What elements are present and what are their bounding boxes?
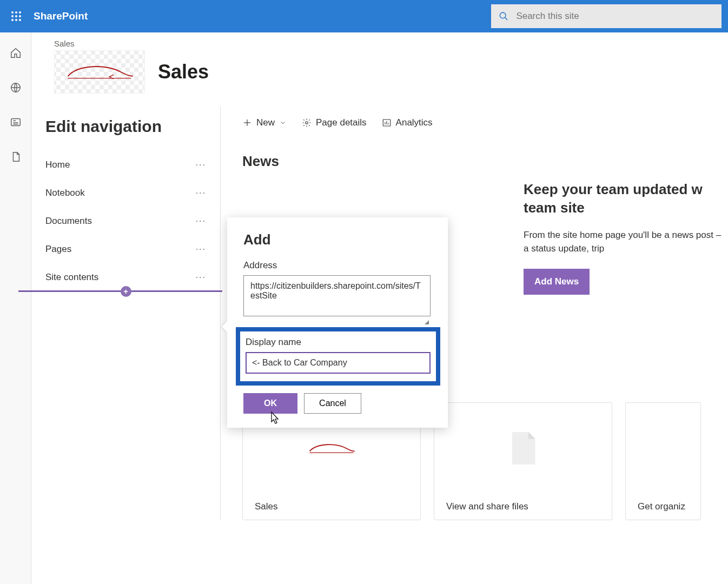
globe-icon	[10, 82, 22, 94]
chevron-down-icon	[279, 119, 287, 127]
svg-point-7	[15, 19, 17, 21]
rail-home-button[interactable]	[8, 45, 23, 61]
svg-point-9	[500, 12, 506, 18]
nav-item-home[interactable]: Home ···	[45, 151, 206, 179]
add-link-callout: Add Address Display name OK Cancel	[227, 217, 448, 428]
new-label: New	[256, 117, 275, 128]
waffle-icon	[11, 11, 22, 22]
car-logo-icon	[307, 441, 356, 456]
more-icon[interactable]: ···	[196, 216, 206, 226]
quick-link-card[interactable]: View and share files	[434, 402, 612, 520]
search-input[interactable]	[516, 11, 714, 22]
analytics-label: Analytics	[396, 117, 433, 128]
ok-button[interactable]: OK	[243, 393, 297, 414]
site-logo[interactable]	[54, 50, 145, 94]
edit-navigation-title: Edit navigation	[45, 117, 206, 136]
address-input[interactable]	[243, 275, 431, 316]
new-button[interactable]: New	[242, 117, 287, 128]
svg-point-8	[19, 19, 21, 21]
nav-item-label: Home	[45, 160, 70, 170]
rail-news-button[interactable]	[8, 115, 23, 130]
site-header: Sales Sales	[31, 32, 728, 107]
left-app-rail	[0, 32, 31, 584]
document-icon	[507, 429, 539, 467]
search-box[interactable]	[491, 4, 722, 28]
insert-nav-item-button[interactable]: +	[121, 286, 131, 297]
card-label: View and share files	[434, 494, 612, 520]
svg-point-1	[15, 11, 17, 14]
svg-point-3	[11, 15, 14, 17]
app-name[interactable]: SharePoint	[34, 10, 88, 22]
nav-item-label: Site contents	[45, 272, 98, 283]
display-name-input[interactable]	[246, 352, 431, 374]
cancel-button[interactable]: Cancel	[304, 393, 361, 414]
svg-point-6	[11, 19, 14, 21]
edit-navigation-panel: Edit navigation Home ··· Notebook ··· Do…	[31, 107, 221, 520]
add-news-button[interactable]: Add News	[524, 269, 590, 295]
svg-point-0	[11, 11, 14, 14]
app-launcher-button[interactable]	[6, 6, 26, 26]
nav-item-label: Documents	[45, 216, 92, 227]
quick-link-card[interactable]: Get organiz	[625, 402, 701, 520]
callout-title: Add	[243, 231, 432, 248]
card-label: Get organiz	[626, 494, 700, 520]
breadcrumb[interactable]: Sales	[54, 39, 711, 48]
plus-icon	[242, 118, 252, 128]
main-area: Sales Sales Edit navigation Home ···	[31, 32, 728, 584]
news-icon	[10, 116, 22, 128]
command-bar: New Page details Analytics	[242, 107, 728, 139]
home-icon	[10, 47, 22, 59]
car-logo-icon	[64, 61, 135, 83]
nav-item-notebook[interactable]: Notebook ···	[45, 179, 206, 207]
page-details-label: Page details	[316, 117, 367, 128]
page-details-button[interactable]: Page details	[302, 117, 367, 128]
svg-point-4	[15, 15, 17, 17]
more-icon[interactable]: ···	[196, 160, 206, 170]
analytics-button[interactable]: Analytics	[382, 117, 433, 128]
svg-rect-12	[11, 119, 20, 126]
svg-point-18	[306, 122, 308, 124]
resize-handle-icon[interactable]	[425, 320, 429, 324]
nav-item-label: Notebook	[45, 188, 85, 198]
file-icon	[10, 151, 22, 163]
suite-header: SharePoint	[0, 0, 728, 32]
address-label: Address	[243, 260, 432, 271]
gear-icon	[302, 118, 312, 128]
nav-item-label: Pages	[45, 244, 71, 255]
news-heading: News	[242, 153, 728, 170]
search-icon	[499, 11, 508, 22]
display-name-highlight: Display name	[236, 327, 440, 386]
svg-line-10	[505, 17, 507, 20]
more-icon[interactable]: ···	[196, 188, 206, 198]
display-name-label: Display name	[246, 337, 431, 348]
analytics-icon	[382, 118, 392, 128]
more-icon[interactable]: ···	[196, 273, 206, 282]
card-label: Sales	[243, 494, 420, 520]
nav-item-pages[interactable]: Pages ···	[45, 235, 206, 263]
nav-item-documents[interactable]: Documents ···	[45, 207, 206, 235]
svg-point-5	[19, 15, 21, 17]
rail-files-button[interactable]	[8, 149, 23, 164]
rail-globe-button[interactable]	[8, 80, 23, 95]
svg-point-2	[19, 11, 21, 14]
news-title: Keep your team updated w team site	[524, 181, 728, 217]
news-body: From the site home page you'll be a news…	[524, 228, 728, 256]
site-title: Sales	[158, 61, 209, 83]
more-icon[interactable]: ···	[196, 244, 206, 254]
